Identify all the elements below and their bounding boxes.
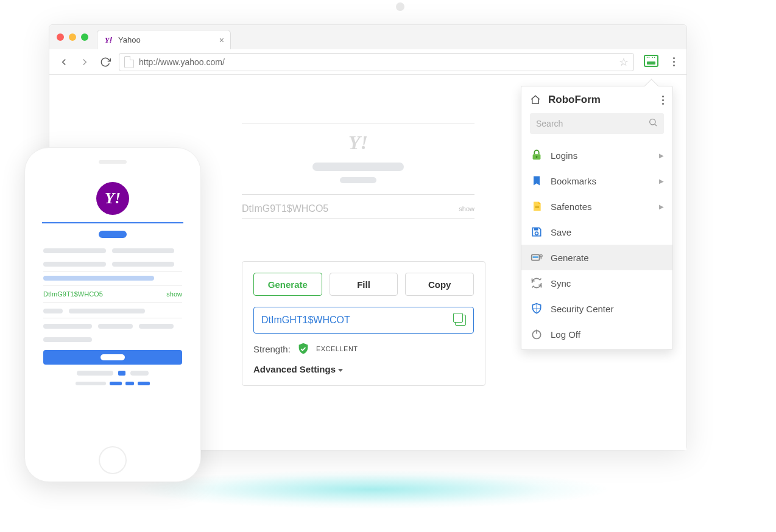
show-password-link[interactable]: show <box>459 205 474 212</box>
fill-button[interactable]: Fill <box>330 273 398 296</box>
menu-logins[interactable]: Logins ▶ <box>521 142 672 168</box>
phone-password-value: DtImG9T1$WHCO5 <box>43 290 103 298</box>
phone-speaker <box>99 160 127 164</box>
password-input-row[interactable]: DtImG9T1$WHCO5 show <box>242 200 474 219</box>
roboform-popup: RoboForm Search Logins ▶ Bookmarks ▶ <box>521 86 673 350</box>
reload-button[interactable] <box>98 55 113 69</box>
phone-mockup: Y! DtImG9T1$WHCO5 show <box>24 147 201 482</box>
svg-point-9 <box>540 254 543 257</box>
phone-submit-button[interactable] <box>43 350 182 365</box>
sync-icon <box>530 276 543 290</box>
url-text: http://www.yahoo.com/ <box>139 57 225 67</box>
caret-down-icon <box>338 369 343 372</box>
menu-safenotes[interactable]: Safenotes ▶ <box>521 194 672 219</box>
tab-title: Yahoo <box>118 35 141 44</box>
svg-point-2 <box>536 156 538 158</box>
note-icon <box>530 200 543 213</box>
svg-point-0 <box>650 119 655 125</box>
generated-password-text: DtImGHT1$WHCOT <box>261 315 350 326</box>
back-button[interactable] <box>57 55 71 69</box>
yahoo-logo: Y! <box>242 131 474 154</box>
phone-password-row[interactable]: DtImG9T1$WHCO5 show <box>36 288 189 300</box>
search-placeholder: Search <box>536 119 563 128</box>
popup-menu: Logins ▶ Bookmarks ▶ Safenotes ▶ Save <box>521 140 672 349</box>
power-icon <box>530 327 543 341</box>
placeholder-row <box>36 382 189 385</box>
home-icon[interactable] <box>530 94 541 105</box>
copy-icon[interactable] <box>455 315 466 326</box>
svg-rect-3 <box>535 206 540 206</box>
browser-tab[interactable]: Y! Yahoo × <box>97 30 231 49</box>
popup-title: RoboForm <box>548 94 601 106</box>
maximize-window-icon[interactable] <box>81 33 88 41</box>
menu-save[interactable]: Save <box>521 219 672 245</box>
window-controls <box>57 25 97 49</box>
svg-point-6 <box>535 232 538 235</box>
decorative-dot <box>396 2 404 11</box>
menu-security-center[interactable]: Security Center <box>521 296 672 321</box>
url-input[interactable]: http://www.yahoo.com/ ☆ <box>119 53 634 71</box>
popup-header: RoboForm <box>521 86 672 113</box>
copy-button[interactable]: Copy <box>405 273 474 296</box>
generator-card: Generate Fill Copy DtImGHT1$WHCOT Streng… <box>242 261 485 386</box>
close-tab-icon[interactable]: × <box>219 35 224 45</box>
browser-tab-strip: Y! Yahoo × <box>49 25 686 49</box>
bookmark-icon <box>530 174 543 187</box>
address-bar: http://www.yahoo.com/ ☆ <box>49 49 686 75</box>
search-input[interactable]: Search <box>530 113 664 134</box>
save-icon <box>530 225 543 239</box>
yahoo-signup-form: Y! DtImG9T1$WHCO5 show <box>242 124 474 219</box>
svg-rect-4 <box>535 208 540 208</box>
advanced-settings-toggle[interactable]: Advanced Settings <box>253 364 474 374</box>
forward-button[interactable] <box>77 55 92 69</box>
password-placeholder: DtImG9T1$WHCO5 <box>242 203 328 214</box>
minimize-window-icon[interactable] <box>69 33 76 41</box>
menu-log-off[interactable]: Log Off <box>521 321 672 347</box>
strength-value: EXCELLENT <box>316 345 358 352</box>
svg-rect-8 <box>533 256 538 258</box>
close-window-icon[interactable] <box>57 33 64 41</box>
svg-rect-5 <box>534 228 538 230</box>
menu-bookmarks[interactable]: Bookmarks ▶ <box>521 168 672 194</box>
popup-more-icon[interactable] <box>662 96 664 105</box>
shield-check-icon <box>297 342 310 355</box>
menu-generate[interactable]: Generate <box>521 245 672 270</box>
bookmark-star-icon[interactable]: ☆ <box>619 55 629 69</box>
generate-icon <box>530 251 543 264</box>
menu-sync[interactable]: Sync <box>521 270 672 296</box>
chevron-right-icon: ▶ <box>659 178 664 184</box>
page-icon <box>124 56 134 68</box>
roboform-extension-icon[interactable] <box>644 55 658 69</box>
generated-password-output[interactable]: DtImGHT1$WHCOT <box>253 307 474 334</box>
yahoo-logo-mobile: Y! <box>36 182 189 215</box>
phone-show-link[interactable]: show <box>166 290 182 298</box>
chevron-right-icon: ▶ <box>659 203 664 210</box>
browser-menu-icon[interactable] <box>668 55 679 69</box>
strength-label: Strength: <box>253 344 291 354</box>
generate-button[interactable]: Generate <box>253 273 322 296</box>
yahoo-favicon: Y! <box>104 35 113 45</box>
shield-icon <box>530 302 543 315</box>
phone-screen: Y! DtImG9T1$WHCO5 show <box>36 177 189 438</box>
placeholder-bar <box>340 177 376 183</box>
search-icon <box>648 117 658 130</box>
placeholder-pill <box>99 231 127 238</box>
placeholder-row <box>36 371 189 376</box>
chevron-right-icon: ▶ <box>659 152 664 159</box>
phone-home-button[interactable] <box>99 446 127 474</box>
placeholder-bar <box>312 163 404 171</box>
lock-icon <box>530 149 543 162</box>
strength-row: Strength: EXCELLENT <box>253 342 474 355</box>
